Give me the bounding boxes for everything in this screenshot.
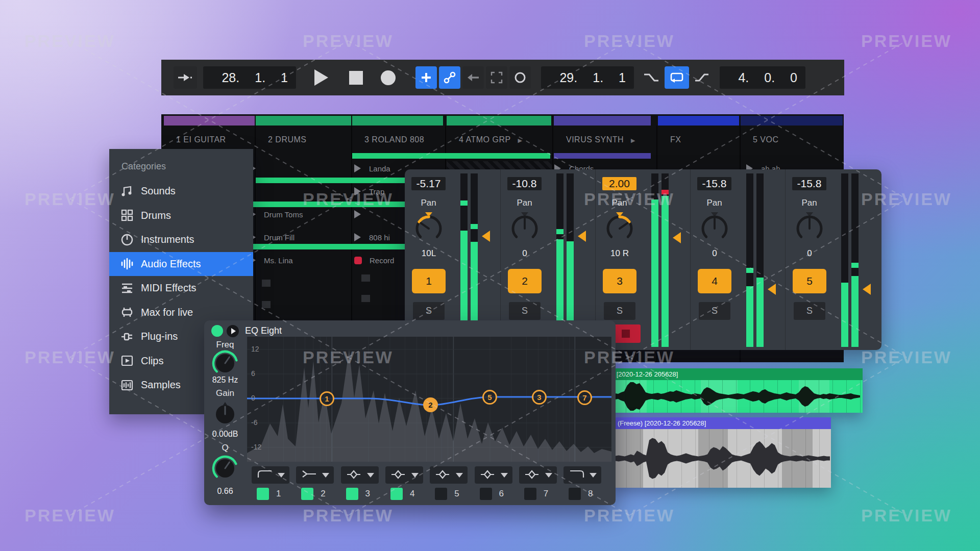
pan-knob[interactable] (414, 214, 443, 243)
track-number-button[interactable]: 5 (793, 269, 826, 293)
back-arrow-button[interactable] (462, 66, 484, 89)
sidebar-item-instruments[interactable]: Instruments (109, 228, 253, 252)
filter-type-dropdown[interactable] (519, 466, 557, 484)
track-header-7[interactable]: 5 VOC (753, 135, 779, 144)
clip-slot[interactable]: 808 hi (354, 230, 390, 244)
filter-type-dropdown[interactable] (475, 466, 512, 484)
chevron-down-icon[interactable] (322, 473, 329, 478)
device-on-led[interactable] (211, 325, 223, 337)
chevron-down-icon[interactable] (278, 473, 285, 478)
solo-button[interactable]: S (794, 302, 825, 320)
output-triangle-icon[interactable] (482, 231, 490, 242)
clip-slot[interactable]: Landa (354, 161, 390, 176)
filter-type-dropdown[interactable] (564, 466, 601, 484)
solo-button[interactable]: S (413, 302, 445, 320)
punch-in-button[interactable] (640, 66, 663, 89)
record-button[interactable] (381, 70, 396, 85)
circle-button[interactable] (509, 66, 531, 89)
group-expand-icon[interactable]: ▶ (518, 137, 523, 144)
filter-on-toggle[interactable] (480, 488, 492, 500)
track-header-6[interactable]: FX (670, 135, 681, 144)
output-triangle-icon[interactable] (673, 232, 681, 243)
follow-button[interactable] (174, 66, 197, 89)
clip-play-icon[interactable] (354, 233, 361, 241)
output-triangle-icon[interactable] (578, 231, 586, 242)
knob-q[interactable] (212, 455, 238, 482)
chevron-down-icon[interactable] (367, 473, 374, 478)
clip-slot[interactable]: Record (354, 253, 394, 267)
sidebar-item-audio-effects[interactable]: Audio Effects (109, 252, 253, 276)
filter-on-toggle[interactable] (257, 488, 269, 500)
eq-band-handle-2[interactable]: 2 (423, 397, 438, 412)
chevron-down-icon[interactable] (501, 473, 508, 478)
track-header-3[interactable]: 3 ROLAND 808 (364, 135, 424, 144)
clip-stop-square[interactable] (361, 295, 370, 302)
volume-display[interactable]: -5.17 (411, 177, 446, 190)
track-header-1[interactable]: 1 EI GUITAR (176, 135, 226, 144)
device-play-button[interactable] (227, 325, 239, 337)
filter-type-dropdown[interactable] (252, 466, 289, 484)
track-number-button[interactable]: 2 (508, 269, 542, 293)
clip-play-icon[interactable] (354, 187, 361, 195)
clip-play-icon[interactable] (354, 164, 361, 172)
pan-knob[interactable] (795, 214, 824, 243)
output-triangle-icon[interactable] (768, 284, 776, 295)
add-button[interactable] (415, 66, 437, 89)
track-number-button[interactable]: 3 (603, 269, 636, 293)
knob-freq[interactable] (212, 350, 238, 377)
filter-on-toggle[interactable] (390, 488, 403, 500)
solo-button[interactable]: S (699, 302, 730, 320)
track-header-2[interactable]: 2 DRUMS (268, 135, 307, 144)
track-number-button[interactable]: 1 (412, 269, 446, 293)
sidebar-item-sounds[interactable]: Sounds (109, 179, 253, 203)
volume-display[interactable]: -15.8 (792, 177, 826, 190)
play-button[interactable] (314, 69, 328, 86)
eq-band-handle-5[interactable]: 5 (482, 390, 497, 405)
audio-clip-green[interactable]: (Freese) [2020-12-26 205628] (584, 368, 863, 413)
solo-button[interactable]: S (604, 302, 635, 320)
filter-on-toggle[interactable] (524, 488, 536, 500)
filter-on-toggle[interactable] (569, 488, 581, 500)
draw-frame-button[interactable] (486, 66, 507, 89)
filter-on-toggle[interactable] (435, 488, 447, 500)
audio-clip-gray[interactable]: (Freese) [2020-12-26 205628] (612, 417, 831, 488)
chevron-down-icon[interactable] (590, 473, 597, 478)
group-expand-icon[interactable]: ▶ (631, 137, 635, 144)
filter-type-dropdown[interactable] (341, 466, 379, 484)
volume-display[interactable]: -10.8 (507, 177, 542, 190)
loop-button[interactable] (665, 66, 689, 89)
track-number-button[interactable]: 4 (698, 269, 731, 293)
clip-slot[interactable]: Drum Fill (249, 230, 295, 244)
filter-on-toggle[interactable] (346, 488, 358, 500)
loop-start-display[interactable]: 29.1.1 (541, 66, 634, 89)
position-display[interactable]: 28.1.1 (203, 66, 296, 89)
clip-slot[interactable]: Trap (354, 184, 384, 198)
clip-slot[interactable]: Ms. Lina (249, 253, 293, 267)
sidebar-item-midi-effects[interactable]: MIDI Effects (109, 276, 253, 300)
automation-link-button[interactable] (439, 66, 460, 89)
volume-display[interactable]: -15.8 (697, 177, 731, 190)
loop-length-display[interactable]: 4.0.0 (720, 66, 805, 89)
eq-band-handle-3[interactable]: 3 (532, 390, 547, 405)
clip-slot[interactable]: Drum Toms (249, 207, 303, 221)
eq-band-handle-7[interactable]: 7 (577, 390, 592, 405)
chevron-down-icon[interactable] (545, 473, 552, 478)
filter-on-toggle[interactable] (301, 488, 313, 500)
clip-stop-square[interactable] (262, 301, 271, 308)
knob-gain[interactable] (212, 401, 238, 428)
eq-curve-display[interactable]: 1260-6-1212537 (247, 337, 611, 462)
track-header-4[interactable]: 4 ATMO GRP▶ (459, 135, 523, 144)
eq-band-handle-1[interactable]: 1 (320, 391, 334, 406)
clip-stop-square[interactable] (361, 274, 370, 282)
filter-type-dropdown[interactable] (430, 466, 468, 484)
volume-display[interactable]: 2.00 (602, 177, 636, 190)
clip-slot[interactable] (354, 207, 369, 221)
pan-knob[interactable] (700, 214, 729, 243)
clip-play-icon[interactable] (354, 210, 361, 218)
filter-type-dropdown[interactable] (296, 466, 334, 484)
solo-button[interactable]: S (509, 302, 541, 320)
filter-type-dropdown[interactable] (385, 466, 423, 484)
chevron-down-icon[interactable] (411, 473, 419, 478)
sidebar-item-drums[interactable]: Drums (109, 204, 253, 228)
punch-out-button[interactable] (691, 66, 714, 89)
